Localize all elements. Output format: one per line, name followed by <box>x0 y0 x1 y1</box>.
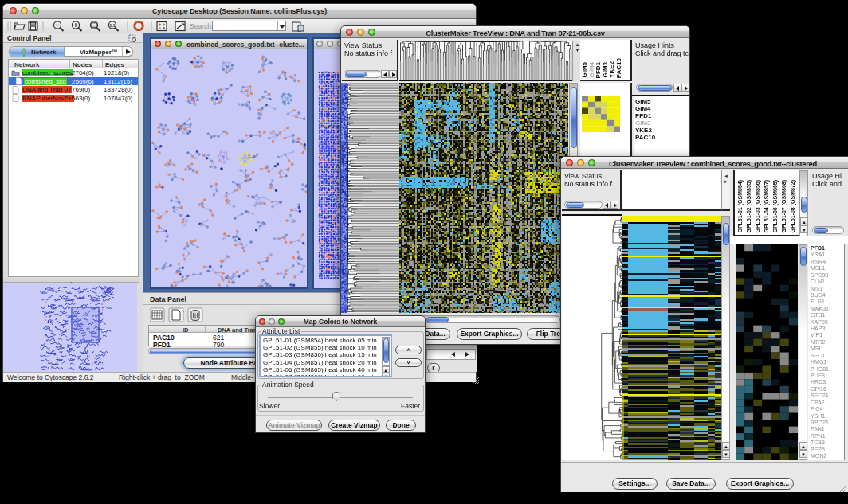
svg-text:1:1: 1:1 <box>109 23 115 28</box>
